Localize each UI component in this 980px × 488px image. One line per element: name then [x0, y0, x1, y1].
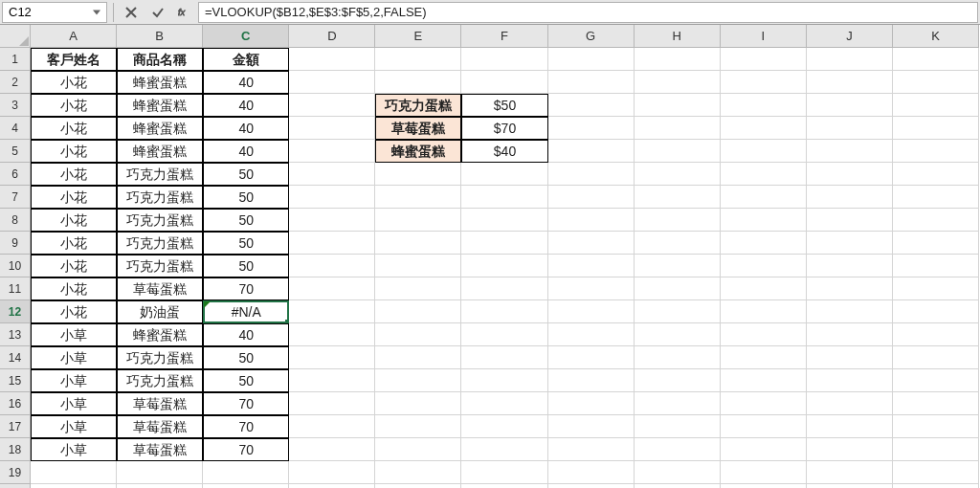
- table-cell[interactable]: 50: [203, 209, 289, 232]
- row-header-8[interactable]: 8: [0, 209, 31, 232]
- cell-I10[interactable]: [721, 255, 807, 277]
- cell-G13[interactable]: [548, 323, 635, 346]
- row-header-15[interactable]: 15: [0, 369, 31, 392]
- cell-J9[interactable]: [807, 232, 893, 255]
- cell-H19[interactable]: [635, 461, 721, 484]
- cell-J4[interactable]: [807, 117, 893, 140]
- cell-K3[interactable]: [893, 94, 979, 117]
- lookup-label[interactable]: 草莓蛋糕: [375, 117, 461, 140]
- lookup-label[interactable]: 蜂蜜蛋糕: [375, 140, 461, 163]
- table-cell[interactable]: 70: [203, 438, 289, 461]
- row-header-7[interactable]: 7: [0, 186, 31, 209]
- table-cell[interactable]: 70: [203, 392, 289, 415]
- column-header-E[interactable]: E: [375, 25, 461, 48]
- cell-I8[interactable]: [721, 209, 807, 232]
- cell-B20[interactable]: [117, 484, 203, 488]
- table-cell[interactable]: 小草: [31, 415, 117, 438]
- cell-D1[interactable]: [289, 48, 375, 71]
- cell-C19[interactable]: [203, 461, 289, 484]
- cell-K11[interactable]: [893, 277, 979, 300]
- cell-H7[interactable]: [635, 186, 721, 209]
- cell-H11[interactable]: [635, 277, 721, 300]
- cell-K5[interactable]: [893, 140, 979, 163]
- cell-G8[interactable]: [548, 209, 635, 232]
- table-cell[interactable]: 50: [203, 186, 289, 209]
- cell-I2[interactable]: [721, 71, 807, 94]
- cell-H13[interactable]: [635, 323, 721, 346]
- cell-J5[interactable]: [807, 140, 893, 163]
- cell-J12[interactable]: [807, 300, 893, 323]
- cell-K8[interactable]: [893, 209, 979, 232]
- cell-E19[interactable]: [375, 461, 461, 484]
- table-header-A[interactable]: 客戶姓名: [31, 48, 117, 71]
- row-header-10[interactable]: 10: [0, 255, 31, 277]
- cell-G4[interactable]: [548, 117, 635, 140]
- cell-H16[interactable]: [635, 392, 721, 415]
- row-header-9[interactable]: 9: [0, 232, 31, 255]
- cell-E15[interactable]: [375, 369, 461, 392]
- cell-D15[interactable]: [289, 369, 375, 392]
- lookup-value[interactable]: $50: [461, 94, 547, 117]
- cell-F13[interactable]: [461, 323, 547, 346]
- lookup-label[interactable]: 巧克力蛋糕: [375, 94, 461, 117]
- table-cell[interactable]: 小花: [31, 140, 117, 163]
- cell-H3[interactable]: [635, 94, 721, 117]
- cell-F9[interactable]: [461, 232, 547, 255]
- cell-H2[interactable]: [635, 71, 721, 94]
- cell-J16[interactable]: [807, 392, 893, 415]
- table-cell[interactable]: 50: [203, 369, 289, 392]
- column-header-D[interactable]: D: [289, 25, 375, 48]
- cell-K16[interactable]: [893, 392, 979, 415]
- table-cell[interactable]: 蜂蜜蛋糕: [117, 71, 203, 94]
- cell-K4[interactable]: [893, 117, 979, 140]
- cell-E16[interactable]: [375, 392, 461, 415]
- row-header-20[interactable]: 20: [0, 484, 31, 488]
- cell-D17[interactable]: [289, 415, 375, 438]
- column-header-C[interactable]: C: [203, 25, 289, 48]
- cell-E9[interactable]: [375, 232, 461, 255]
- row-header-3[interactable]: 3: [0, 94, 31, 117]
- row-header-12[interactable]: 12: [0, 300, 31, 323]
- cell-J3[interactable]: [807, 94, 893, 117]
- column-header-B[interactable]: B: [117, 25, 203, 48]
- select-all-corner[interactable]: [0, 25, 31, 48]
- table-cell[interactable]: 70: [203, 415, 289, 438]
- table-cell[interactable]: 巧克力蛋糕: [117, 346, 203, 369]
- cell-E11[interactable]: [375, 277, 461, 300]
- cell-D9[interactable]: [289, 232, 375, 255]
- table-cell[interactable]: 蜂蜜蛋糕: [117, 94, 203, 117]
- lookup-value[interactable]: $40: [461, 140, 547, 163]
- cell-H10[interactable]: [635, 255, 721, 277]
- cell-D6[interactable]: [289, 163, 375, 186]
- table-cell[interactable]: 小花: [31, 94, 117, 117]
- cell-G12[interactable]: [548, 300, 635, 323]
- cell-E20[interactable]: [375, 484, 461, 488]
- cell-D13[interactable]: [289, 323, 375, 346]
- cell-I9[interactable]: [721, 232, 807, 255]
- cell-J13[interactable]: [807, 323, 893, 346]
- cell-F16[interactable]: [461, 392, 547, 415]
- cell-K1[interactable]: [893, 48, 979, 71]
- table-cell[interactable]: 40: [203, 323, 289, 346]
- table-cell[interactable]: 小花: [31, 300, 117, 323]
- cell-F17[interactable]: [461, 415, 547, 438]
- cell-F11[interactable]: [461, 277, 547, 300]
- table-cell[interactable]: 草莓蛋糕: [117, 415, 203, 438]
- table-cell[interactable]: 巧克力蛋糕: [117, 255, 203, 277]
- table-cell[interactable]: 40: [203, 71, 289, 94]
- cell-F19[interactable]: [461, 461, 547, 484]
- table-cell[interactable]: 50: [203, 346, 289, 369]
- column-header-J[interactable]: J: [807, 25, 893, 48]
- column-header-H[interactable]: H: [635, 25, 721, 48]
- cell-E10[interactable]: [375, 255, 461, 277]
- cell-F18[interactable]: [461, 438, 547, 461]
- cell-I7[interactable]: [721, 186, 807, 209]
- cell-I5[interactable]: [721, 140, 807, 163]
- cell-E6[interactable]: [375, 163, 461, 186]
- cell-E17[interactable]: [375, 415, 461, 438]
- cell-I19[interactable]: [721, 461, 807, 484]
- cell-H5[interactable]: [635, 140, 721, 163]
- cell-K19[interactable]: [893, 461, 979, 484]
- cell-E7[interactable]: [375, 186, 461, 209]
- table-cell[interactable]: 50: [203, 255, 289, 277]
